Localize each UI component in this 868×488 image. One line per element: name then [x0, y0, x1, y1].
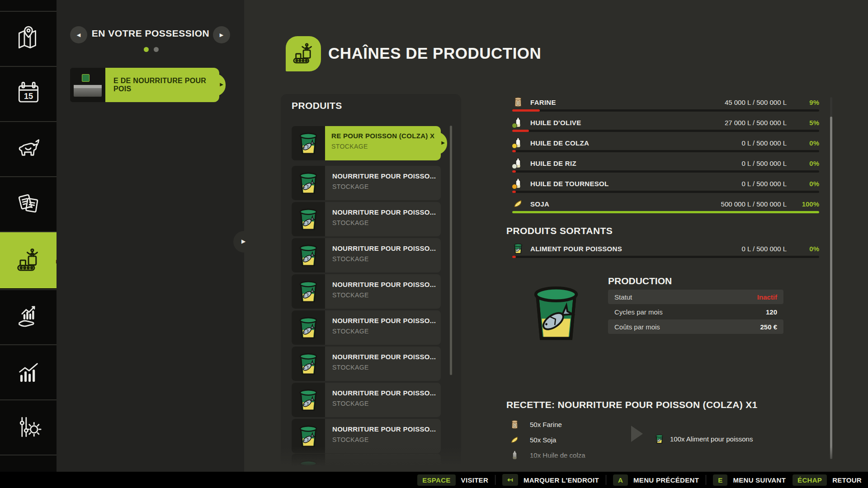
product-list-item[interactable]: NOURRITURE POUR POISSO...STOCKAGE	[292, 166, 441, 200]
progress-fill	[512, 256, 516, 258]
input-name: HUILE DE RIZ	[530, 160, 701, 167]
input-amount: 0 L / 500 000 L	[701, 180, 787, 188]
input-amount: 27 000 L / 500 000 L	[701, 119, 787, 127]
sidebar-item-contracts[interactable]	[0, 177, 57, 230]
fish-food-bucket-icon	[654, 434, 665, 444]
hint-label: MENU SUIVANT	[733, 476, 786, 484]
key-hints-bar: ESPACE VISITER ↤ MARQUER L'ENDROIT A MEN…	[0, 472, 868, 488]
calendar-icon: 15	[14, 80, 42, 108]
rice-oil-icon	[512, 157, 524, 169]
production-status-row: Statut Inactif	[608, 290, 783, 304]
production-header: PRODUCTION	[608, 276, 672, 286]
chevron-right-icon: ▶	[241, 238, 245, 244]
product-list-item-partial[interactable]	[292, 454, 441, 472]
product-status: STOCKAGE	[332, 183, 441, 190]
product-status: STOCKAGE	[332, 255, 441, 263]
progress-bar	[512, 109, 819, 112]
product-status: STOCKAGE	[332, 364, 441, 371]
olive-oil-icon	[512, 117, 524, 128]
input-name: HUILE D'OLIVE	[530, 119, 701, 127]
soybean-icon	[509, 435, 520, 445]
products-header: PRODUITS	[292, 100, 342, 111]
progress-bar	[512, 191, 819, 193]
cow-icon	[14, 135, 42, 163]
canola-oil-icon	[512, 137, 524, 149]
possession-panel: ◀ ▶ EN VOTRE POSSESSION E DE NOURRITURE …	[57, 0, 244, 472]
status-badge: Inactif	[757, 293, 777, 301]
progress-fill	[512, 170, 516, 173]
right-scrollbar-thumb[interactable]	[830, 117, 832, 459]
product-list-item-selected[interactable]: RE POUR POISSON (COLZA) X1 STOCKAGE ▶	[292, 126, 441, 160]
sidebar-item-animals[interactable]	[0, 122, 57, 175]
settings-sliders-icon	[14, 413, 42, 441]
progress-bar	[512, 150, 819, 152]
product-list-item[interactable]: NOURRITURE POUR POISSO...STOCKAGE	[292, 202, 441, 236]
outputs-header: PRODUITS SORTANTS	[506, 225, 613, 236]
product-name: NOURRITURE POUR POISSO...	[332, 281, 441, 288]
fish-food-bucket-icon	[292, 238, 325, 272]
product-status: STOCKAGE	[332, 400, 441, 407]
page-dot[interactable]	[154, 47, 159, 52]
hint-visit[interactable]: ESPACE VISITER	[417, 474, 488, 486]
divider	[495, 475, 495, 485]
sidebar-item-calendar[interactable]: 15	[0, 67, 57, 120]
brand-logo	[82, 74, 90, 82]
row-value: 250 €	[760, 323, 777, 331]
product-list-item[interactable]: NOURRITURE POUR POISSO...STOCKAGE	[292, 310, 441, 345]
input-percent: 9%	[787, 99, 819, 106]
production-costs-row: Coûts par mois 250 €	[608, 319, 783, 334]
progress-fill	[512, 130, 529, 132]
hint-next-menu[interactable]: E MENU SUIVANT	[713, 474, 786, 486]
input-percent: 5%	[787, 119, 819, 127]
input-row: HUILE DE COLZA 0 L / 500 000 L 0%	[512, 137, 819, 149]
sidebar-item-finances[interactable]	[0, 290, 57, 343]
input-name: HUILE DE COLZA	[530, 139, 701, 147]
fish-food-bucket-icon	[292, 347, 325, 381]
product-name: NOURRITURE POUR POISSO...	[332, 172, 441, 180]
product-status: STOCKAGE	[331, 143, 441, 150]
product-name: RE POUR POISSON (COLZA) X1	[331, 132, 441, 140]
canola-oil-icon	[509, 450, 520, 460]
product-list-item[interactable]: NOURRITURE POUR POISSO...STOCKAGE	[292, 419, 441, 453]
output-percent: 0%	[787, 245, 819, 253]
owned-production-item[interactable]: E DE NOURRITURE POUR POIS ▶	[70, 68, 219, 102]
sunflower-oil-icon	[512, 178, 524, 189]
production-icon	[291, 41, 316, 66]
output-amount: 0 L / 500 000 L	[701, 245, 787, 253]
input-row: HUILE DE TOURNESOL 0 L / 500 000 L 0%	[512, 178, 819, 189]
product-list-item[interactable]: NOURRITURE POUR POISSO...STOCKAGE	[292, 274, 441, 309]
product-list-item[interactable]: NOURRITURE POUR POISSO...STOCKAGE	[292, 383, 441, 417]
input-amount: 0 L / 500 000 L	[701, 160, 787, 167]
production-chains-screen: 15	[0, 0, 868, 488]
hint-label: RETOUR	[832, 476, 862, 484]
sidebar-item-settings[interactable]	[0, 400, 57, 454]
page-dot-active[interactable]	[144, 47, 149, 52]
sidebar-item-statistics[interactable]	[0, 345, 57, 399]
owned-item-label: E DE NOURRITURE POUR POIS ▶	[105, 68, 219, 102]
product-status: STOCKAGE	[332, 219, 441, 226]
input-percent: 0%	[787, 139, 819, 147]
products-scrollbar[interactable]	[450, 126, 452, 375]
product-name: NOURRITURE POUR POISSO...	[332, 244, 441, 252]
sidebar-item-map[interactable]	[0, 12, 57, 65]
hint-prev-menu[interactable]: A MENU PRÉCÉDENT	[613, 474, 699, 486]
calendar-day: 15	[24, 92, 33, 101]
fish-food-bucket-icon	[292, 419, 325, 453]
product-list-item[interactable]: NOURRITURE POUR POISSO...STOCKAGE	[292, 347, 441, 381]
production-cycles-row: Cycles par mois 120	[608, 305, 783, 319]
hint-tag-place[interactable]: ↤ MARQUER L'ENDROIT	[502, 474, 599, 486]
key-e: E	[713, 474, 727, 486]
input-percent: 0%	[787, 180, 819, 188]
chevron-right-icon: ▶	[441, 140, 445, 145]
possession-title: EN VOTRE POSSESSION	[69, 28, 232, 39]
hint-back[interactable]: ÉCHAP RETOUR	[793, 474, 862, 486]
product-status: STOCKAGE	[332, 328, 441, 335]
row-label: Cycles par mois	[614, 308, 766, 316]
input-row: HUILE D'OLIVE 27 000 L / 500 000 L 5%	[512, 117, 819, 128]
product-name: NOURRITURE POUR POISSO...	[332, 208, 441, 216]
divider	[606, 475, 606, 485]
input-percent: 100%	[787, 200, 819, 208]
product-list-item[interactable]: NOURRITURE POUR POISSO...STOCKAGE	[292, 238, 441, 272]
key-backspace: ↤	[502, 474, 518, 486]
progress-fill	[512, 211, 819, 213]
